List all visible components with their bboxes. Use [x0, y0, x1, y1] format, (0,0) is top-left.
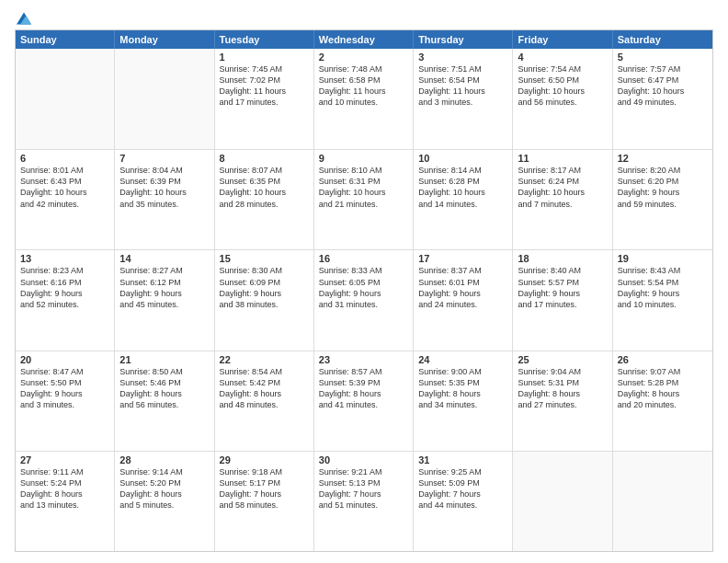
- day-number: 7: [119, 153, 209, 164]
- day-number: 26: [618, 354, 708, 365]
- cal-cell-16: 16Sunrise: 8:33 AM Sunset: 6:05 PM Dayli…: [314, 250, 414, 350]
- header-day-sunday: Sunday: [16, 30, 115, 49]
- calendar-row-1: 6Sunrise: 8:01 AM Sunset: 6:43 PM Daylig…: [16, 149, 712, 249]
- day-number: 22: [220, 354, 309, 365]
- cell-info: Sunrise: 8:37 AM Sunset: 6:01 PM Dayligh…: [418, 265, 507, 310]
- logo-icon: [17, 11, 31, 26]
- cell-info: Sunrise: 8:47 AM Sunset: 5:50 PM Dayligh…: [20, 366, 109, 411]
- calendar-row-2: 13Sunrise: 8:23 AM Sunset: 6:16 PM Dayli…: [16, 249, 712, 350]
- cal-cell-9: 9Sunrise: 8:10 AM Sunset: 6:31 PM Daylig…: [314, 150, 414, 249]
- day-number: 23: [319, 354, 408, 365]
- cell-info: Sunrise: 8:54 AM Sunset: 5:42 PM Dayligh…: [220, 366, 309, 411]
- cell-info: Sunrise: 8:40 AM Sunset: 5:57 PM Dayligh…: [518, 265, 607, 310]
- cell-info: Sunrise: 8:14 AM Sunset: 6:28 PM Dayligh…: [418, 165, 507, 210]
- cell-info: Sunrise: 8:04 AM Sunset: 6:39 PM Dayligh…: [119, 165, 209, 210]
- cell-info: Sunrise: 7:45 AM Sunset: 7:02 PM Dayligh…: [220, 63, 309, 109]
- cell-info: Sunrise: 7:54 AM Sunset: 6:50 PM Dayligh…: [518, 63, 607, 109]
- page: SundayMondayTuesdayWednesdayThursdayFrid…: [0, 0, 728, 563]
- cell-info: Sunrise: 8:07 AM Sunset: 6:35 PM Dayligh…: [220, 165, 309, 210]
- cal-cell-27: 27Sunrise: 9:11 AM Sunset: 5:24 PM Dayli…: [16, 452, 115, 551]
- cell-info: Sunrise: 8:10 AM Sunset: 6:31 PM Dayligh…: [319, 165, 408, 210]
- cell-info: Sunrise: 8:23 AM Sunset: 6:16 PM Dayligh…: [20, 265, 109, 310]
- cell-info: Sunrise: 9:00 AM Sunset: 5:35 PM Dayligh…: [418, 366, 507, 411]
- day-number: 30: [319, 454, 408, 465]
- day-number: 6: [20, 153, 109, 164]
- calendar-body: 1Sunrise: 7:45 AM Sunset: 7:02 PM Daylig…: [16, 49, 712, 551]
- cal-cell-4: 4Sunrise: 7:54 AM Sunset: 6:50 PM Daylig…: [513, 49, 612, 149]
- cal-cell-15: 15Sunrise: 8:30 AM Sunset: 6:09 PM Dayli…: [215, 250, 314, 350]
- cal-cell-30: 30Sunrise: 9:21 AM Sunset: 5:13 PM Dayli…: [314, 452, 414, 551]
- header-day-thursday: Thursday: [414, 30, 513, 49]
- cal-cell-17: 17Sunrise: 8:37 AM Sunset: 6:01 PM Dayli…: [414, 250, 513, 350]
- logo: [15, 11, 31, 22]
- day-number: 19: [618, 253, 708, 264]
- cell-info: Sunrise: 8:30 AM Sunset: 6:09 PM Dayligh…: [220, 265, 309, 310]
- day-number: 3: [418, 52, 507, 63]
- cal-cell-10: 10Sunrise: 8:14 AM Sunset: 6:28 PM Dayli…: [414, 150, 513, 249]
- cal-cell-11: 11Sunrise: 8:17 AM Sunset: 6:24 PM Dayli…: [513, 150, 612, 249]
- cal-cell-14: 14Sunrise: 8:27 AM Sunset: 6:12 PM Dayli…: [115, 250, 214, 350]
- cal-cell-20: 20Sunrise: 8:47 AM Sunset: 5:50 PM Dayli…: [16, 351, 115, 451]
- day-number: 31: [418, 454, 507, 465]
- header-day-monday: Monday: [115, 30, 214, 49]
- cell-info: Sunrise: 8:43 AM Sunset: 5:54 PM Dayligh…: [618, 265, 708, 310]
- cell-info: Sunrise: 8:17 AM Sunset: 6:24 PM Dayligh…: [518, 165, 607, 210]
- cal-cell-3: 3Sunrise: 7:51 AM Sunset: 6:54 PM Daylig…: [414, 49, 513, 149]
- day-number: 25: [518, 354, 607, 365]
- cell-info: Sunrise: 7:48 AM Sunset: 6:58 PM Dayligh…: [319, 63, 408, 109]
- cell-info: Sunrise: 7:57 AM Sunset: 6:47 PM Dayligh…: [618, 63, 708, 109]
- day-number: 18: [518, 253, 607, 264]
- day-number: 13: [20, 253, 109, 264]
- cell-info: Sunrise: 9:18 AM Sunset: 5:17 PM Dayligh…: [220, 466, 309, 511]
- day-number: 4: [518, 52, 607, 63]
- day-number: 21: [119, 354, 209, 365]
- cell-info: Sunrise: 9:25 AM Sunset: 5:09 PM Dayligh…: [418, 466, 507, 511]
- day-number: 24: [418, 354, 507, 365]
- cell-info: Sunrise: 9:21 AM Sunset: 5:13 PM Dayligh…: [319, 466, 408, 511]
- cal-cell-31: 31Sunrise: 9:25 AM Sunset: 5:09 PM Dayli…: [414, 452, 513, 551]
- cal-cell-29: 29Sunrise: 9:18 AM Sunset: 5:17 PM Dayli…: [215, 452, 314, 551]
- cal-cell-empty-4-5: [513, 452, 612, 551]
- day-number: 15: [220, 253, 309, 264]
- day-number: 2: [319, 52, 408, 63]
- day-number: 11: [518, 153, 607, 164]
- cal-cell-empty-4-6: [613, 452, 712, 551]
- cal-cell-19: 19Sunrise: 8:43 AM Sunset: 5:54 PM Dayli…: [613, 250, 712, 350]
- cal-cell-empty-0-0: [16, 49, 115, 149]
- cal-cell-5: 5Sunrise: 7:57 AM Sunset: 6:47 PM Daylig…: [613, 49, 712, 149]
- header: [15, 11, 713, 22]
- calendar-row-4: 27Sunrise: 9:11 AM Sunset: 5:24 PM Dayli…: [16, 451, 712, 551]
- day-number: 10: [418, 153, 507, 164]
- cal-cell-24: 24Sunrise: 9:00 AM Sunset: 5:35 PM Dayli…: [414, 351, 513, 451]
- cell-info: Sunrise: 8:01 AM Sunset: 6:43 PM Dayligh…: [20, 165, 109, 210]
- calendar-header: SundayMondayTuesdayWednesdayThursdayFrid…: [16, 30, 712, 49]
- cal-cell-13: 13Sunrise: 8:23 AM Sunset: 6:16 PM Dayli…: [16, 250, 115, 350]
- cell-info: Sunrise: 9:11 AM Sunset: 5:24 PM Dayligh…: [20, 466, 109, 511]
- cal-cell-12: 12Sunrise: 8:20 AM Sunset: 6:20 PM Dayli…: [613, 150, 712, 249]
- cal-cell-18: 18Sunrise: 8:40 AM Sunset: 5:57 PM Dayli…: [513, 250, 612, 350]
- day-number: 16: [319, 253, 408, 264]
- cal-cell-26: 26Sunrise: 9:07 AM Sunset: 5:28 PM Dayli…: [613, 351, 712, 451]
- day-number: 29: [220, 454, 309, 465]
- cal-cell-7: 7Sunrise: 8:04 AM Sunset: 6:39 PM Daylig…: [115, 150, 214, 249]
- cal-cell-6: 6Sunrise: 8:01 AM Sunset: 6:43 PM Daylig…: [16, 150, 115, 249]
- day-number: 12: [618, 153, 708, 164]
- cell-info: Sunrise: 8:20 AM Sunset: 6:20 PM Dayligh…: [618, 165, 708, 210]
- cal-cell-28: 28Sunrise: 9:14 AM Sunset: 5:20 PM Dayli…: [115, 452, 214, 551]
- header-day-saturday: Saturday: [613, 30, 712, 49]
- day-number: 28: [119, 454, 209, 465]
- cal-cell-2: 2Sunrise: 7:48 AM Sunset: 6:58 PM Daylig…: [314, 49, 414, 149]
- calendar: SundayMondayTuesdayWednesdayThursdayFrid…: [15, 29, 713, 552]
- header-day-wednesday: Wednesday: [314, 30, 414, 49]
- cal-cell-empty-0-1: [115, 49, 214, 149]
- cal-cell-8: 8Sunrise: 8:07 AM Sunset: 6:35 PM Daylig…: [215, 150, 314, 249]
- cal-cell-21: 21Sunrise: 8:50 AM Sunset: 5:46 PM Dayli…: [115, 351, 214, 451]
- day-number: 9: [319, 153, 408, 164]
- day-number: 14: [119, 253, 209, 264]
- cal-cell-1: 1Sunrise: 7:45 AM Sunset: 7:02 PM Daylig…: [215, 49, 314, 149]
- cal-cell-25: 25Sunrise: 9:04 AM Sunset: 5:31 PM Dayli…: [513, 351, 612, 451]
- day-number: 17: [418, 253, 507, 264]
- cal-cell-22: 22Sunrise: 8:54 AM Sunset: 5:42 PM Dayli…: [215, 351, 314, 451]
- cell-info: Sunrise: 7:51 AM Sunset: 6:54 PM Dayligh…: [418, 63, 507, 109]
- calendar-row-0: 1Sunrise: 7:45 AM Sunset: 7:02 PM Daylig…: [16, 49, 712, 149]
